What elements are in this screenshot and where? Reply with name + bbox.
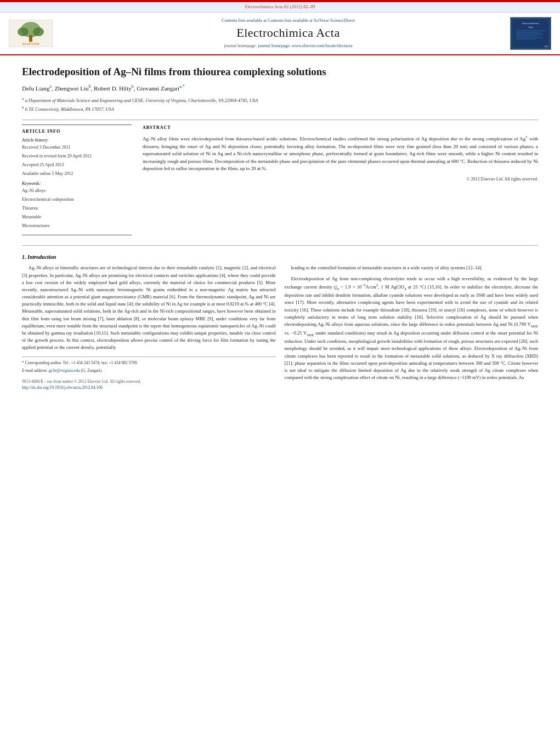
received-date: Received 3 December 2011 bbox=[22, 144, 132, 151]
doi-line: http://dx.doi.org/10.1016/j.electacta.20… bbox=[22, 384, 276, 391]
intro-section-header: 1. Introduction bbox=[22, 253, 538, 261]
abstract-column: ABSTRACT Ag–Ni alloy films were electrod… bbox=[143, 125, 538, 241]
elsevier-logo: ELSEVIER bbox=[9, 20, 53, 47]
svg-text:Acta: Acta bbox=[528, 26, 534, 29]
journal-homepage: journal homepage: journal homepage: www.… bbox=[80, 43, 496, 49]
journal-title: Electrochimica Acta bbox=[80, 25, 496, 42]
section-divider bbox=[22, 245, 538, 246]
sciverse-link[interactable]: Contents lists available at SciVerse Sci… bbox=[268, 18, 355, 23]
section-title: Introduction bbox=[27, 254, 56, 260]
footnote-email: E-mail address: gz3e@virginia.edu (G. Za… bbox=[22, 367, 276, 374]
doi-link[interactable]: http://dx.doi.org/10.1016/j.electacta.20… bbox=[22, 385, 103, 390]
body-col-left: Ag–Ni alloys or bimetallic structures ar… bbox=[22, 264, 276, 391]
elsevier-tree-icon: ELSEVIER bbox=[9, 20, 53, 47]
section-number: 1. bbox=[22, 254, 26, 260]
svg-point-3 bbox=[33, 27, 44, 36]
journal-logo-box: Electrochimica Acta ISE bbox=[510, 17, 551, 50]
smooth-text: smooth bbox=[448, 151, 462, 156]
article-info-label: ARTICLE INFO bbox=[22, 128, 132, 134]
page: Electrochimica Acta 82 (2012) 82–89 ELSE… bbox=[0, 0, 560, 741]
history-label: Article history: bbox=[22, 137, 132, 143]
copyright-text: © 2012 Elsevier Ltd. All rights reserved… bbox=[143, 176, 538, 182]
affiliations: a a Department of Materials Science and … bbox=[22, 96, 538, 113]
body-col-right: leading to the controlled formation of m… bbox=[285, 264, 539, 391]
revised-date: Received in revised form 20 April 2012 bbox=[22, 153, 132, 160]
email-link[interactable]: gz3e@virginia.edu bbox=[49, 368, 80, 373]
svg-text:ISE: ISE bbox=[544, 45, 549, 48]
article-title: Electrodeposition of Ag–Ni films from th… bbox=[22, 65, 538, 79]
sciverse-text: Contents lists available at Contents lis… bbox=[80, 18, 496, 24]
journal-logo-section: Electrochimica Acta ISE bbox=[502, 17, 551, 50]
article-body: Electrodeposition of Ag–Ni films from th… bbox=[0, 55, 560, 402]
header-divider bbox=[22, 120, 538, 120]
svg-text:ELSEVIER: ELSEVIER bbox=[21, 42, 39, 46]
citation-topbar: Electrochimica Acta 82 (2012) 82–89 bbox=[0, 2, 560, 13]
affiliation-b: b b TE Connectivity, Middletown, PA 1705… bbox=[22, 105, 538, 113]
svg-point-2 bbox=[18, 27, 29, 36]
article-info-abstract-section: ARTICLE INFO Article history: Received 3… bbox=[22, 125, 538, 241]
keyword-5: Microstructures bbox=[22, 223, 132, 229]
article-info-column: ARTICLE INFO Article history: Received 3… bbox=[22, 125, 132, 241]
footnote-section: * Corresponding author. Tel.: +1 434 243… bbox=[22, 357, 276, 391]
article-info-box: ARTICLE INFO Article history: Received 3… bbox=[22, 125, 132, 236]
journal-homepage-link[interactable]: journal homepage: www.elsevier.com/locat… bbox=[258, 43, 352, 48]
intro-para-3: Electrodeposition of Ag from non-complex… bbox=[285, 275, 539, 382]
keywords-label: Keywords: bbox=[22, 180, 132, 186]
abstract-text: Ag–Ni alloy films were electrodeposited … bbox=[143, 134, 538, 173]
journal-title-section: Contents lists available at Contents lis… bbox=[80, 18, 496, 49]
intro-para-2: leading to the controlled formation of m… bbox=[285, 264, 539, 271]
available-date: Available online 5 May 2012 bbox=[22, 171, 132, 177]
accepted-date: Accepted 25 April 2012 bbox=[22, 162, 132, 168]
journal-header: ELSEVIER Contents lists available at Con… bbox=[0, 13, 560, 55]
keyword-4: Metastable bbox=[22, 214, 132, 220]
issn-doi: 0013-4686/$ – see front matter © 2012 El… bbox=[22, 378, 276, 391]
svg-text:Electrochimica: Electrochimica bbox=[522, 22, 539, 25]
issn-line: 0013-4686/$ – see front matter © 2012 El… bbox=[22, 378, 276, 385]
keyword-2: Electrochemical codeposition bbox=[22, 196, 132, 203]
body-two-col: Ag–Ni alloys or bimetallic structures ar… bbox=[22, 264, 538, 391]
svg-rect-4 bbox=[29, 35, 32, 42]
footnote-corresponding: * Corresponding author. Tel.: +1 434 243… bbox=[22, 360, 276, 366]
keyword-1: Ag–Ni alloys bbox=[22, 188, 132, 194]
intro-para-1: Ag–Ni alloys or bimetallic structures ar… bbox=[22, 264, 276, 351]
elsevier-logo-section: ELSEVIER bbox=[9, 20, 75, 47]
affiliation-a: a a Department of Materials Science and … bbox=[22, 96, 538, 104]
citation-text: Electrochimica Acta 82 (2012) 82–89 bbox=[245, 4, 315, 9]
journal-cover-image: Electrochimica Acta ISE bbox=[511, 18, 551, 49]
keyword-3: Thiourea bbox=[22, 205, 132, 212]
abstract-label: ABSTRACT bbox=[143, 125, 538, 131]
authors-line: Defu Lianga, Zhengwei Liub, Robert D. Hi… bbox=[22, 83, 538, 93]
